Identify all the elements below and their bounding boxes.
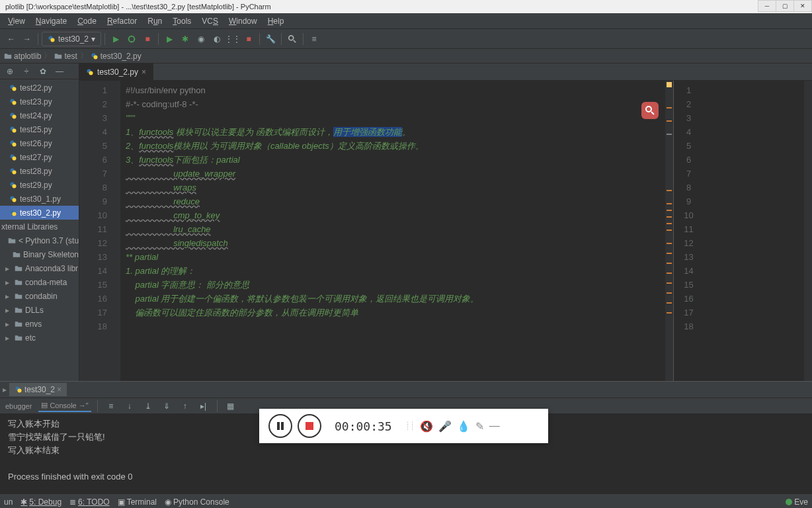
python-icon [86,68,94,76]
debugger-tab[interactable]: ebugger [3,401,34,411]
code-editor[interactable]: #!/usr/bin/env python#-*- coding:utf-8 -… [120,81,665,381]
tree-lib-item[interactable]: ▸condabin [0,289,79,303]
tree-lib-item[interactable]: ▸Anaconda3 libr [0,261,79,275]
menu-navigate[interactable]: Navigate [30,15,72,28]
tree-lib-item[interactable]: ▸conda-meta [0,275,79,289]
python-console-tab[interactable]: ◉ Python Console [165,497,229,507]
evaluate-icon[interactable]: ▦ [223,399,238,413]
run-tab[interactable]: un [4,497,13,507]
nav-forward-button[interactable]: → [20,32,34,46]
close-icon[interactable]: × [57,385,61,394]
gear-icon[interactable]: ✿ [36,64,50,79]
force-step-icon[interactable]: ⇓ [159,399,174,413]
search-bubble[interactable] [641,102,659,119]
draw-icon[interactable]: ✎ [475,420,484,433]
webcam-icon[interactable]: 💧 [457,420,470,433]
crumb-test[interactable]: test [54,52,77,61]
todo-tab[interactable]: ≣ 6: TODO [69,497,110,507]
svg-point-28 [89,71,93,75]
tree-file[interactable]: test27.py [0,150,79,164]
nav-back-button[interactable]: ← [4,32,19,46]
tree-lib-item[interactable]: ▸etc [0,331,79,345]
menu-tools[interactable]: Tools [167,15,196,28]
target-icon[interactable]: ⊕ [3,64,17,79]
structure-icon[interactable]: ≡ [307,32,321,46]
run-config-selector[interactable]: test30_2 ▾ [42,32,101,46]
menu-vcs[interactable]: VCS [196,15,223,28]
close-button[interactable]: ✕ [793,0,812,12]
terminal-icon: ▣ [118,497,125,507]
crumb-file[interactable]: test30_2.py [91,52,142,61]
console-tab[interactable]: ▤ Console →" [38,400,91,412]
step-out-icon[interactable]: ↑ [178,399,192,413]
tree-lib-item[interactable]: < Python 3.7 (study) [0,233,79,247]
tree-file[interactable]: test26.py [0,136,79,150]
mute-icon[interactable]: 🔇 [420,420,433,433]
error-stripe[interactable] [665,81,673,381]
step-into-my-icon[interactable]: ⤓ [141,399,155,413]
tree-file[interactable]: test28.py [0,164,79,178]
crumb-root[interactable]: atplotlib [4,52,41,61]
search-icon [645,105,655,116]
minimize-button[interactable]: ─ [758,0,776,12]
debug-tab-bottom[interactable]: ✱ 5: Debug [20,497,61,507]
svg-line-4 [294,40,296,42]
fold-gutter[interactable] [112,81,120,381]
console-icon: ▤ [41,401,48,409]
run-to-cursor-icon[interactable]: ▸| [196,399,211,413]
wrench-icon[interactable]: 🔧 [263,32,278,46]
close-icon[interactable]: × [142,67,146,77]
maximize-button[interactable]: ▢ [776,0,794,12]
run2-button[interactable]: ▶ [162,32,177,46]
hide-icon[interactable]: — [52,64,67,79]
tree-file[interactable]: test30_1.py [0,192,79,206]
recording-time: 00:00:35 [335,419,392,433]
tree-file[interactable]: test30_2.py [0,206,79,220]
stop-record-button[interactable] [298,414,321,438]
step-into-icon[interactable]: ↓ [122,399,137,413]
tree-file[interactable]: test24.py [0,108,79,122]
debug2-button[interactable]: ✱ [178,32,192,46]
tree-file[interactable]: test29.py [0,178,79,192]
stop-button[interactable]: ■ [140,32,155,46]
line-gutter[interactable]: 123456789101112131415161718 [79,81,112,381]
svg-point-26 [13,212,17,216]
tree-lib-item[interactable]: Binary Skeleton [0,247,79,261]
profile-button[interactable]: ◐ [210,32,224,46]
debug-tab[interactable]: test30_2 × [9,383,67,396]
menu-refactor[interactable]: Refactor [102,15,142,28]
debug-button[interactable] [124,32,139,46]
menu-help[interactable]: Help [263,15,290,28]
tree-file[interactable]: test25.py [0,122,79,136]
pause-button[interactable] [268,414,292,438]
coverage-button[interactable]: ◉ [194,32,208,46]
stop2-button[interactable]: ■ [241,32,256,46]
event-log-tab[interactable]: Eve [786,497,808,507]
breadcrumb: atplotlib 〉 test 〉 test30_2.py [0,49,812,64]
error-stripe-right[interactable] [804,81,812,381]
menu-view[interactable]: View [3,15,30,28]
editor-area: test30_2.py × 12345678910111213141516171… [79,64,812,381]
minimize-rec-icon[interactable]: — [489,420,500,432]
terminal-tab[interactable]: ▣ Terminal [118,497,157,507]
editor-tab-active[interactable]: test30_2.py × [79,64,153,80]
menu-code[interactable]: Code [72,15,102,28]
step-over-icon[interactable]: ≡ [104,399,118,413]
tree-lib-item[interactable]: ▸envs [0,317,79,331]
main-area: ⊕ ÷ ✿ — test22.pytest23.pytest24.pytest2… [0,64,812,381]
menu-run[interactable]: Run [142,15,167,28]
external-libraries-header[interactable]: xternal Libraries [0,220,79,233]
search-icon[interactable] [285,32,300,46]
collapse-icon[interactable]: ÷ [19,64,34,79]
svg-point-20 [13,170,17,174]
tree-file[interactable]: test22.py [0,81,79,95]
menu-window[interactable]: Window [223,15,263,28]
concurrency-button[interactable]: ⋮⋮ [225,32,240,46]
tree-file[interactable]: test23.py [0,95,79,108]
mic-icon[interactable]: 🎤 [438,420,452,433]
bottom-tool-tabs: un ✱ 5: Debug ≣ 6: TODO ▣ Terminal ◉ Pyt… [0,493,812,508]
tree-lib-item[interactable]: ▸DLLs [0,303,79,317]
line-gutter-right[interactable]: 123456789101112131415161718 [674,81,704,381]
project-tree[interactable]: test22.pytest23.pytest24.pytest25.pytest… [0,79,79,381]
run-button[interactable]: ▶ [108,32,123,46]
